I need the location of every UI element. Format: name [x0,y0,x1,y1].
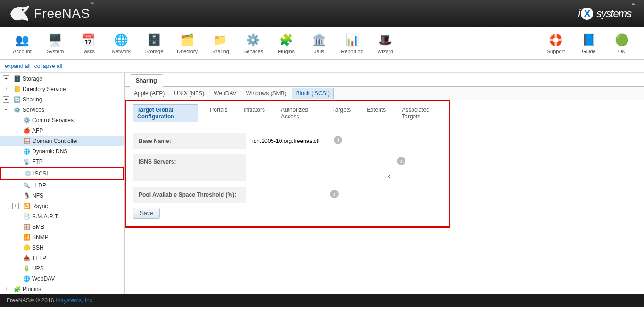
inner-tab-portals[interactable]: Portals [206,104,231,122]
tree-item-label: Directory Service [23,86,66,92]
tree-item-s-m-a-r-t-[interactable]: 📑S.M.A.R.T. [0,211,124,222]
tree-item-webdav[interactable]: 🌐WebDAV [0,274,124,284]
inner-tab-authorized-access[interactable]: Authorized Access [277,104,321,122]
toolbar-guide[interactable]: 📘Guide [572,33,605,54]
tree-item-afp[interactable]: 🍎AFP [0,125,124,136]
tree-node-icon: 🟡 [23,244,30,251]
tree-item-snmp[interactable]: 📶SNMP [0,232,124,242]
logo-text: FreeNAS™ [34,6,94,21]
toolbar-tasks[interactable]: 📅Tasks [72,33,105,54]
svg-point-0 [22,9,24,11]
info-icon[interactable]: i [334,136,342,144]
tree-item-ssh[interactable]: 🟡SSH [0,242,124,253]
tree-expander-icon[interactable]: + [3,75,9,82]
tree-item-services[interactable]: −⚙️Services [0,105,124,115]
tree-expander-icon[interactable]: − [3,107,9,113]
tree-item-label: TFTP [32,255,46,261]
tree-item-tftp[interactable]: 📥TFTP [0,253,124,263]
inner-tab-associated-targets[interactable]: Associated Targets [397,104,442,122]
inner-tab-initiators[interactable]: Initiators [239,104,269,122]
tree-item-label: Plugins [23,286,41,292]
inner-tab-target-global-configuration[interactable]: Target Global Configuration [133,104,198,122]
toolbar-support[interactable]: 🛟Support [539,33,572,54]
network-icon: 🌐 [114,33,129,48]
tree-expander-icon[interactable]: + [3,86,9,92]
plugins-icon: 🧩 [279,33,294,48]
base-name-label: Base Name: [133,133,246,149]
base-name-input[interactable] [249,136,328,146]
tree-item-plugins[interactable]: +🧩Plugins [0,284,124,294]
footer: FreeNAS® © 2016 iXsystems, Inc. [0,294,644,307]
tree-item-directory-service[interactable]: +📒Directory Service [0,84,124,94]
storage-icon: 🗄️ [147,33,162,48]
footer-text: FreeNAS® © 2016 [7,297,54,304]
footer-link[interactable]: iXsystems, Inc. [56,297,94,304]
tree-item-label: Domain Controller [33,138,78,144]
pool-threshold-input[interactable] [249,190,324,200]
sub-tab-windows-smb-[interactable]: Windows (SMB) [242,88,291,99]
pool-threshold-label: Pool Available Space Threshold (%): [133,187,246,203]
tree-item-storage[interactable]: +🗄️Storage [0,74,124,84]
tree-item-label: SMB [32,224,44,230]
tree-item-ftp[interactable]: 📡FTP [0,157,124,167]
toolbar-plugins[interactable]: 🧩Plugins [270,33,303,54]
tree-node-icon: 🔋 [23,265,30,272]
sub-tab-apple-afp-[interactable]: Apple (AFP) [130,88,169,99]
tree-expander-icon[interactable]: + [3,286,9,292]
sharing-icon: 📁 [213,33,228,48]
info-icon[interactable]: i [330,190,339,198]
tree-controls: expand all collapse all [0,60,644,73]
toolbar-system[interactable]: 🖥️System [39,33,72,54]
toolbar-account[interactable]: 👥Account [6,33,39,54]
freenas-logo: FreeNAS™ [9,4,94,23]
tree-item-sharing[interactable]: +🔄Sharing [0,94,124,105]
sub-tab-unix-nfs-[interactable]: UNIX (NFS) [170,88,208,99]
tree-node-icon: 🪟 [23,137,31,145]
tree-item-label: SNMP [32,234,49,241]
save-button[interactable]: Save [133,208,160,219]
tree-expander-icon[interactable]: + [12,203,19,209]
jails-icon: 🏛️ [312,33,327,48]
tree-item-label: Control Services [32,117,74,124]
tree-node-icon: ⚙️ [13,106,21,114]
toolbar-directory[interactable]: 🗂️Directory [171,33,204,54]
content-pane: Sharing Apple (AFP)UNIX (NFS)WebDAVWindo… [125,73,644,294]
navigation-tree: +🗄️Storage+📒Directory Service+🔄Sharing−⚙… [0,73,125,294]
toolbar-jails[interactable]: 🏛️Jails [303,33,336,54]
inner-tab-extents[interactable]: Extents [363,104,390,122]
ixsystems-logo[interactable]: iX systems™ [578,8,635,20]
info-icon[interactable]: i [397,157,405,165]
tree-item-lldp[interactable]: 🔍LLDP [0,180,124,191]
top-tab-strip: Sharing [125,73,644,87]
tree-item-rsync[interactable]: +🔁Rsync [0,201,124,211]
tree-expander-icon[interactable]: + [3,96,9,103]
directory-icon: 🗂️ [180,33,195,48]
expand-all-link[interactable]: expand all [5,63,31,69]
services-icon: ⚙️ [246,33,261,48]
collapse-all-link[interactable]: collapse all [34,63,62,69]
tree-node-icon: 💿 [24,170,32,177]
toolbar-wizard[interactable]: 🎩Wizard [369,33,402,54]
toolbar-sharing[interactable]: 📁Sharing [204,33,237,54]
sub-tab-block-iscsi-[interactable]: Block (iSCSI) [292,88,334,99]
tree-item-label: LLDP [32,182,46,189]
tree-item-label: Storage [23,75,42,82]
toolbar-storage[interactable]: 🗄️Storage [138,33,171,54]
tree-item-ups[interactable]: 🔋UPS [0,263,124,274]
target-global-config-form: Base Name: i ISNS Servers: i Pool Availa… [126,125,449,226]
tree-item-label: AFP [32,127,43,134]
toolbar-services[interactable]: ⚙️Services [237,33,270,54]
toolbar-ok[interactable]: 🟢OK [605,33,638,54]
tree-item-dynamic-dns[interactable]: 🌐Dynamic DNS [0,146,124,157]
tree-item-nfs[interactable]: 🐧NFS [0,191,124,201]
tab-sharing[interactable]: Sharing [130,74,163,87]
toolbar-reporting[interactable]: 📊Reporting [336,33,369,54]
inner-tab-targets[interactable]: Targets [328,104,355,122]
tree-item-smb[interactable]: 🪟SMB [0,222,124,232]
sub-tab-webdav[interactable]: WebDAV [209,88,240,99]
tree-item-control-services[interactable]: ⚙️Control Services [0,115,124,125]
isns-servers-textarea[interactable] [249,157,391,179]
tree-item-domain-controller[interactable]: 🪟Domain Controller [0,136,124,146]
toolbar-network[interactable]: 🌐Network [105,33,138,54]
tree-item-iscsi[interactable]: 💿iSCSI [1,168,123,179]
